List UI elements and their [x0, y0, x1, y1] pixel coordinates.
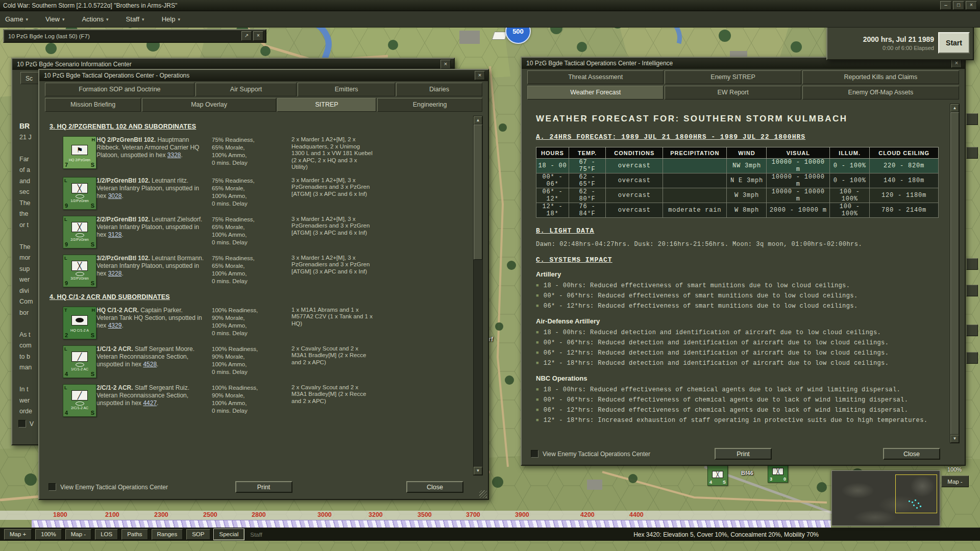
map-side-tool-button[interactable] — [966, 352, 978, 364]
unit-counter-icon[interactable]: L9S╳3/2/PzGren — [63, 255, 96, 287]
view-enemy-toc-checkbox[interactable]: View Enemy Tactical Operations Center — [48, 483, 168, 491]
checkbox-icon[interactable] — [18, 420, 26, 428]
tab-threat-assessment[interactable]: Threat Assessment — [527, 70, 664, 84]
close-icon[interactable]: × — [966, 1, 977, 10]
unit-counter-icon[interactable]: L4S╱1/C/1-2 AC — [63, 345, 96, 378]
statusbar-button-map[interactable]: Map - — [65, 529, 91, 540]
tab-diaries[interactable]: Diaries — [396, 83, 482, 96]
tab-engineering[interactable]: Engineering — [377, 98, 482, 112]
chevron-down-icon: ▾ — [62, 17, 65, 22]
forecast-section-heading: A. 24HRS FORECAST: 1989 JUL 21 1800HRS -… — [536, 133, 943, 141]
unit-status: 75% Readiness,65% Morale,100% Ammo,0 min… — [212, 136, 284, 167]
unit-counter-icon[interactable]: TH2SHQ C/1-2 A — [63, 307, 96, 339]
statusbar-button-100[interactable]: 100% — [35, 529, 61, 540]
resize-grip[interactable] — [479, 490, 487, 498]
app-title-bar: Cold War: Southern Storm [2.1.0.5722α] "… — [0, 0, 980, 11]
statusbar-button-los[interactable]: LOS — [95, 529, 118, 540]
tab-sitrep[interactable]: SITREP — [277, 98, 376, 112]
popout-icon[interactable]: ↗ — [241, 31, 252, 41]
hex-info-readout: Hex 3420: Elevation 5, Cover 10%, Concea… — [633, 531, 819, 538]
unit-counter-icon[interactable]: L9S╳1/2/PzGren — [63, 177, 96, 210]
unit-icon-corner: S — [91, 241, 94, 247]
close-button[interactable]: Close — [406, 481, 463, 493]
scenario-view-enemy-checkbox[interactable]: V — [18, 420, 34, 428]
tab-enemy-off-map-assets[interactable]: Enemy Off-Map Assets — [802, 86, 959, 99]
map-road-label: Bf46 — [741, 470, 753, 476]
operations-window-titlebar[interactable]: 10 PzG Bgde Tactical Operations Center -… — [39, 70, 488, 81]
hex-link[interactable]: 4528 — [143, 361, 157, 368]
bullet-icon: ■ — [536, 386, 539, 394]
checkbox-icon[interactable] — [48, 483, 56, 491]
map-side-tool-button[interactable] — [966, 113, 978, 125]
unit-counter-icon[interactable]: L4S╱2/C/1-2 AC — [63, 384, 96, 417]
tab-air-support[interactable]: Air Support — [195, 83, 297, 96]
unit-name: HQ C/1-2 ACR. — [96, 307, 140, 314]
hex-link[interactable]: 4427 — [143, 399, 157, 407]
hex-link[interactable]: 3328 — [167, 152, 181, 159]
start-turn-button[interactable]: Start — [938, 32, 970, 54]
menu-view[interactable]: View ▾ — [45, 15, 64, 23]
minimize-icon[interactable]: – — [940, 1, 951, 10]
hex-link[interactable]: 4329 — [108, 322, 122, 329]
tab-enemy-sitrep[interactable]: Enemy SITREP — [665, 70, 801, 84]
statusbar-button-paths[interactable]: Paths — [121, 529, 148, 540]
system-impact-item: ■06* - 12*hrs: Reduced detection and ide… — [536, 349, 943, 358]
minimap[interactable] — [831, 470, 940, 526]
hex-column-number: 4400 — [629, 511, 644, 518]
view-enemy-toc-checkbox[interactable]: View Enemy Tactical Operations Center — [531, 450, 650, 458]
map-unit-counter[interactable]: ╳4S — [707, 465, 728, 486]
map-unit-marker-label: 500 — [512, 28, 524, 35]
operations-close-icon[interactable]: × — [475, 71, 485, 80]
tab-mission-briefing[interactable]: Mission Briefing — [45, 98, 141, 112]
unit-name: 2/C/1-2 ACR. — [96, 384, 135, 391]
map-side-tool-button[interactable] — [966, 285, 978, 296]
tab-map-overlay[interactable]: Map Overlay — [142, 98, 276, 112]
unit-symbol-icon: ╳ — [71, 183, 88, 198]
scroll-down-icon[interactable]: ▼ — [950, 435, 959, 443]
unit-list-item: L4S╱2/C/1-2 AC2/C/1-2 ACR. Staff Sergean… — [48, 384, 471, 417]
menu-help[interactable]: Help ▾ — [162, 15, 180, 23]
maximize-icon[interactable]: □ — [953, 1, 964, 10]
hex-link[interactable]: 3028 — [108, 192, 122, 199]
bullet-icon: ■ — [536, 282, 539, 290]
checkbox-icon[interactable] — [531, 450, 538, 458]
minimap-viewport-rect[interactable] — [895, 474, 937, 513]
scroll-up-icon[interactable]: ▲ — [474, 116, 482, 124]
tab-reported-kills-and-claims[interactable]: Reported Kills and Claims — [802, 70, 959, 84]
scrollbar-thumb[interactable] — [474, 124, 482, 260]
print-button[interactable]: Print — [235, 481, 292, 493]
unit-counter-icon[interactable]: H7S⚑HQ 2/PzGren — [63, 136, 96, 169]
log-close-icon[interactable]: × — [253, 31, 263, 41]
weather-scrollbar[interactable]: ▲ ▼ — [950, 104, 960, 443]
hex-link[interactable]: 3128 — [108, 231, 122, 238]
map-side-tool-button[interactable] — [966, 147, 978, 159]
map-zoom-out-button[interactable]: Map - — [941, 475, 969, 487]
scroll-up-icon[interactable]: ▲ — [950, 104, 959, 112]
hex-link[interactable]: 3228 — [108, 270, 122, 277]
print-button[interactable]: Print — [715, 448, 772, 460]
map-side-tool-button[interactable] — [966, 324, 978, 336]
scenario-close-icon[interactable]: × — [440, 60, 451, 69]
menu-actions[interactable]: Actions ▾ — [82, 15, 108, 23]
statusbar-button-ranges[interactable]: Ranges — [152, 529, 183, 540]
menu-game[interactable]: Game ▾ — [5, 15, 28, 23]
sitrep-section-heading: 3. HQ 2/PZGRENBTL 102 AND SUBORDINATES — [50, 123, 471, 130]
tab-emitters[interactable]: Emitters — [298, 83, 395, 96]
hex-column-number: 2500 — [203, 511, 217, 518]
map-side-tool-button[interactable] — [966, 258, 978, 270]
unit-icon-caption: HQ C/1-2 A — [63, 329, 96, 332]
statusbar-button-map[interactable]: Map + — [4, 529, 32, 540]
tab-weather-forecast[interactable]: Weather Forecast — [527, 86, 664, 99]
scroll-down-icon[interactable]: ▼ — [474, 467, 482, 475]
statusbar-button-sop[interactable]: SOP — [186, 529, 210, 540]
unit-counter-icon[interactable]: L9S╳2/2/PzGren — [63, 216, 96, 248]
menu-staff[interactable]: Staff ▾ — [126, 15, 144, 23]
scrollbar-thumb[interactable] — [950, 112, 959, 435]
tab-formation-sop-and-doctrine[interactable]: Formation SOP and Doctrine — [45, 83, 194, 96]
sitrep-scrollbar[interactable]: ▲ ▼ — [473, 116, 483, 475]
close-button[interactable]: Close — [883, 448, 940, 460]
weather-row: 06* - 12*62 - 80°FovercastW 3mph10000 - … — [536, 188, 939, 203]
statusbar-button-special[interactable]: Special — [214, 529, 244, 540]
scenario-window-titlebar[interactable]: 10 PzG Bgde Scenario Information Center … — [12, 59, 454, 70]
tab-ew-report[interactable]: EW Report — [665, 86, 801, 99]
